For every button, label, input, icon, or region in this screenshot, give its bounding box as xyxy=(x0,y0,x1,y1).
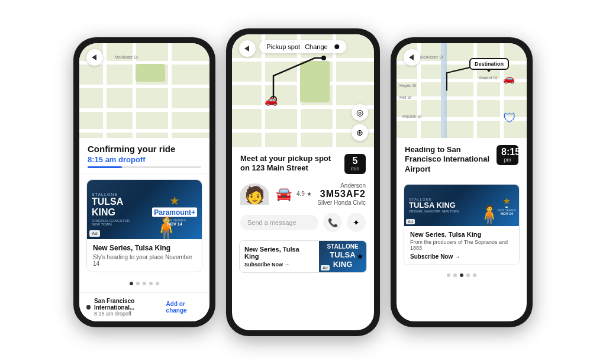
right-paramount-logo: ★ NEW SERIES NOV 14 xyxy=(498,195,516,215)
road-v1 xyxy=(103,43,107,138)
message-input[interactable]: Send a message xyxy=(240,215,318,230)
driver-row: 🧑 🚘 4.9 ★ Anderson 3M53AF2 Silver Honda … xyxy=(232,179,374,210)
map-controls: ◎ ⊕ xyxy=(352,104,368,141)
right-tulsa-king-title: TULSA KING xyxy=(409,201,459,210)
right-ad-subscribe[interactable]: Subscribe Now → xyxy=(410,253,513,260)
phone-call-button[interactable]: 📞 xyxy=(323,213,342,232)
driver-right-info: Anderson 3M53AF2 Silver Honda Civic xyxy=(317,182,366,206)
bottom-left-content: San Francisco International... 8:15 am d… xyxy=(86,298,166,317)
left-ad-banner: STALLONE TULSA KING ORIGINAL GANGSTER. N… xyxy=(87,180,202,239)
right-nov-date: NOV 14 xyxy=(501,212,513,215)
r-hayes-st: Hayes St xyxy=(399,83,416,88)
shield-icon: 🛡 xyxy=(503,111,516,126)
left-ad-card-title: New Series, Tulsa King xyxy=(93,244,196,252)
dot-1 xyxy=(130,282,133,285)
car-icon-center: 🚗 xyxy=(265,94,278,107)
right-ad-banner: STALLONE TULSA KING ORIGINAL GANGSTER. N… xyxy=(404,185,519,226)
destination-badge: Destination xyxy=(469,58,509,70)
pickup-label: Pickup spot xyxy=(266,43,300,50)
heading-section: Heading to San Francisco International A… xyxy=(397,138,527,180)
right-map: Destination McAllister St Market St Fell… xyxy=(397,43,527,138)
street-label-top: McAllister St xyxy=(115,55,138,59)
center-tulsa-king: TULSA KING xyxy=(330,250,355,269)
dropoff-time: 8:15 am dropoff xyxy=(88,155,201,164)
time-unit-center: min xyxy=(349,166,361,172)
phone-center-screen: 🚗 Pickup spot Change ◎ ⊕ xyxy=(232,34,374,330)
back-button-center[interactable] xyxy=(239,40,256,57)
meet-text: Meet at your pickup spot on 123 Main Str… xyxy=(240,154,335,174)
tulsa-king-title-left: TULSA KING xyxy=(92,197,140,217)
right-ad-card-title: New Series, Tulsa King xyxy=(410,231,513,238)
driver-name: Anderson xyxy=(317,182,366,189)
scene: McAllister St Confirming your ride 8:15 … xyxy=(0,0,606,364)
add-change-button[interactable]: Add or change xyxy=(166,301,202,314)
r-street-label: McAllister St xyxy=(420,55,443,59)
dot-2 xyxy=(136,282,140,285)
dot-4 xyxy=(149,282,153,285)
right-ad-card-subtitle: From the producers of The Sopranos and 1… xyxy=(410,239,513,251)
center-ad-tag: Ad xyxy=(321,265,330,270)
change-button[interactable]: Change xyxy=(305,43,328,50)
back-button-right[interactable] xyxy=(404,49,420,66)
r-dot-3 xyxy=(460,273,463,277)
r-dot-1 xyxy=(447,273,450,277)
r-mission-st: Mission St xyxy=(402,114,421,118)
time-badge-center: 5 min xyxy=(344,154,366,174)
center-map: 🚗 Pickup spot Change ◎ ⊕ xyxy=(232,34,374,147)
progress-bar xyxy=(88,166,201,168)
r-road-h3 xyxy=(397,96,527,100)
right-ad-tag: Ad xyxy=(406,219,415,224)
confirming-title: Confirming your ride xyxy=(88,144,201,154)
center-ad-title: New Series, Tulsa King xyxy=(244,246,314,260)
road-h3 xyxy=(79,108,209,112)
back-arrow-center-icon xyxy=(244,46,249,51)
right-dots xyxy=(397,270,527,281)
location-btn[interactable]: ◎ xyxy=(352,104,368,121)
road-v3 xyxy=(168,43,172,138)
center-ad-banner: STALLONE TULSA KING ★ Ad xyxy=(319,241,366,272)
bottom-time-text: 8:15 am dropoff xyxy=(94,311,166,317)
svg-point-0 xyxy=(321,56,326,60)
driver-avatar: 🧑 xyxy=(240,183,269,205)
right-ad-content: New Series, Tulsa King From the producer… xyxy=(404,226,519,265)
car-description: Silver Honda Civic xyxy=(317,199,366,206)
park xyxy=(136,64,165,82)
back-button-left[interactable] xyxy=(86,49,103,66)
left-dots xyxy=(79,278,209,289)
phone-left-screen: McAllister St Confirming your ride 8:15 … xyxy=(79,43,209,321)
center-ad-card[interactable]: New Series, Tulsa King Subscribe Now → S… xyxy=(239,240,367,273)
center-tulsa-label: STALLONE xyxy=(327,243,358,250)
progress-fill xyxy=(88,166,122,168)
location-dot-icon xyxy=(86,305,91,310)
paramount-logo-left: ★ Paramount+ NEW SERIES NOV 14 xyxy=(152,193,197,226)
r-dot-4 xyxy=(466,273,470,277)
car-icon-right: 🚗 xyxy=(503,73,515,84)
license-plate: 3M53AF2 xyxy=(317,189,366,199)
center-paramount-star: ★ xyxy=(356,252,364,261)
message-row: Send a message 📞 ✦ xyxy=(232,210,374,236)
back-arrow-right-icon xyxy=(409,54,414,60)
right-ad-card[interactable]: STALLONE TULSA KING ORIGINAL GANGSTER. N… xyxy=(404,184,520,265)
bottom-info: San Francisco International... 8:15 am d… xyxy=(94,298,166,317)
road-h4 xyxy=(79,129,209,133)
right-star-icon: ★ xyxy=(502,195,511,207)
left-ad-card[interactable]: STALLONE TULSA KING ORIGINAL GANGSTER. N… xyxy=(86,179,202,272)
road-h2 xyxy=(79,85,209,88)
time-num-right: 8:15 xyxy=(501,147,514,157)
r-fell-st: Fell St xyxy=(399,95,411,99)
pickup-spot-bar: Pickup spot Change xyxy=(259,40,346,53)
more-options-button[interactable]: ✦ xyxy=(347,213,366,232)
left-map: McAllister St xyxy=(79,43,209,138)
left-ad-card-subtitle: Sly's heading to your place November 14 xyxy=(93,254,196,267)
gps-btn[interactable]: ⊕ xyxy=(352,124,368,141)
r-dot-2 xyxy=(453,273,457,277)
meet-section: Meet at your pickup spot on 123 Main Str… xyxy=(232,147,374,179)
dot-5 xyxy=(156,282,159,285)
center-ad-subscribe[interactable]: Subscribe Now → xyxy=(244,262,314,268)
back-arrow-icon xyxy=(92,54,96,60)
nov-date-label: NOV 14 xyxy=(167,221,182,226)
time-num-center: 5 xyxy=(349,156,361,166)
time-unit-right: pm xyxy=(501,157,514,163)
phone-left: McAllister St Confirming your ride 8:15 … xyxy=(73,37,215,327)
left-bottom-bar: San Francisco International... 8:15 am d… xyxy=(79,292,209,321)
